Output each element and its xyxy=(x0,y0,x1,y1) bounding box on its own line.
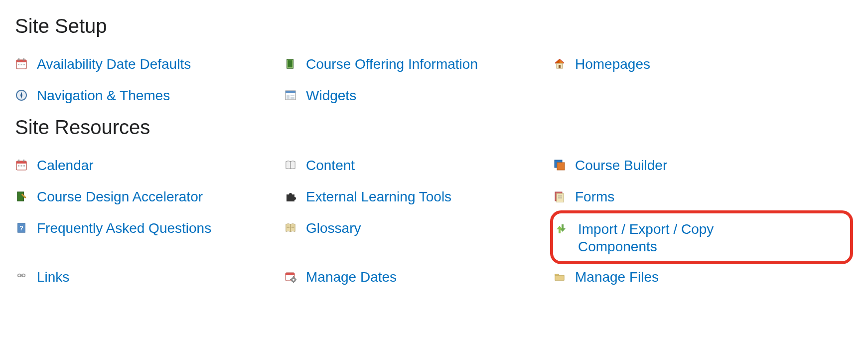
svg-text:?: ? xyxy=(19,224,23,232)
book-icon xyxy=(284,57,297,70)
forms-icon xyxy=(553,190,566,203)
frequently-asked-questions-label: Frequently Asked Questions xyxy=(37,219,211,237)
svg-point-43 xyxy=(292,279,294,281)
question-book-icon: ? xyxy=(15,221,28,234)
home-icon xyxy=(553,57,566,70)
svg-rect-2 xyxy=(18,58,19,61)
availability-date-defaults-cell: Availability Date Defaults xyxy=(15,48,284,80)
svg-rect-21 xyxy=(18,165,19,167)
course-design-accelerator-label: Course Design Accelerator xyxy=(37,188,203,205)
widget-icon xyxy=(284,89,297,102)
glossary-cell: Glossary xyxy=(284,212,553,244)
svg-rect-4 xyxy=(18,64,19,65)
glossary-icon xyxy=(284,221,297,234)
links-label: Links xyxy=(37,268,69,286)
navigation-themes-label: Navigation & Themes xyxy=(37,87,170,104)
book-open-icon xyxy=(284,159,297,172)
widgets-cell: Widgets xyxy=(284,80,553,111)
svg-rect-5 xyxy=(21,64,22,65)
manage-dates-link[interactable]: Manage Dates xyxy=(284,268,397,286)
manage-dates-label: Manage Dates xyxy=(306,268,397,286)
calendar-label: Calendar xyxy=(37,157,94,174)
site-resources-section: Site Resources Calendar Content xyxy=(15,116,853,293)
calendar-icon xyxy=(15,159,28,172)
course-builder-link[interactable]: Course Builder xyxy=(553,157,667,174)
external-learning-tools-link[interactable]: External Learning Tools xyxy=(284,188,451,205)
import-export-copy-components-cell: Import / Export / Copy Components xyxy=(550,210,853,264)
course-offering-information-label: Course Offering Information xyxy=(306,55,478,73)
svg-rect-6 xyxy=(23,64,25,65)
links-cell: Links xyxy=(15,261,284,293)
svg-rect-13 xyxy=(286,91,295,93)
book-edit-icon xyxy=(15,190,28,203)
import-export-copy-components-link[interactable]: Import / Export / Copy Components xyxy=(556,220,787,255)
course-design-accelerator-link[interactable]: Course Design Accelerator xyxy=(15,188,203,205)
svg-rect-20 xyxy=(23,160,24,162)
content-cell: Content xyxy=(284,150,553,181)
calendar-icon xyxy=(15,57,28,70)
forms-link[interactable]: Forms xyxy=(553,188,614,205)
svg-rect-18 xyxy=(16,161,26,164)
glossary-label: Glossary xyxy=(306,219,361,237)
folder-icon xyxy=(553,270,566,283)
course-design-accelerator-cell: Course Design Accelerator xyxy=(15,181,284,212)
svg-rect-25 xyxy=(557,163,565,170)
content-label: Content xyxy=(306,157,355,174)
manage-files-label: Manage Files xyxy=(575,268,659,286)
svg-rect-19 xyxy=(18,160,19,162)
compass-icon xyxy=(15,89,28,102)
homepages-link[interactable]: Homepages xyxy=(553,55,650,73)
import-export-copy-components-label: Import / Export / Copy Components xyxy=(578,220,787,255)
manage-files-cell: Manage Files xyxy=(553,261,853,293)
svg-rect-3 xyxy=(23,58,24,61)
svg-rect-7 xyxy=(287,59,293,68)
calendar-cell: Calendar xyxy=(15,150,284,181)
site-setup-grid: Availability Date Defaults Course Offeri… xyxy=(15,48,853,111)
course-offering-information-link[interactable]: Course Offering Information xyxy=(284,55,478,73)
svg-rect-16 xyxy=(290,97,294,99)
availability-date-defaults-link[interactable]: Availability Date Defaults xyxy=(15,55,191,73)
manage-files-link[interactable]: Manage Files xyxy=(553,268,659,286)
site-setup-heading: Site Setup xyxy=(15,15,853,37)
svg-rect-1 xyxy=(16,60,26,62)
course-builder-label: Course Builder xyxy=(575,157,667,174)
glossary-link[interactable]: Glossary xyxy=(284,219,361,237)
calendar-gear-icon xyxy=(284,270,297,283)
forms-cell: Forms xyxy=(553,181,853,212)
external-learning-tools-cell: External Learning Tools xyxy=(284,181,553,212)
homepages-cell: Homepages xyxy=(553,48,853,80)
svg-rect-14 xyxy=(287,95,289,99)
chain-icon xyxy=(15,270,28,283)
content-link[interactable]: Content xyxy=(284,157,355,174)
frequently-asked-questions-cell: ? Frequently Asked Questions xyxy=(15,212,284,244)
svg-rect-10 xyxy=(559,65,561,68)
stack-icon xyxy=(553,159,566,172)
widgets-label: Widgets xyxy=(306,87,356,104)
puzzle-icon xyxy=(284,190,297,203)
svg-rect-26 xyxy=(17,192,24,201)
navigation-themes-cell: Navigation & Themes xyxy=(15,80,284,111)
site-setup-section: Site Setup Availability Date Defaults Co… xyxy=(15,15,853,111)
svg-rect-22 xyxy=(21,165,22,167)
homepages-label: Homepages xyxy=(575,55,650,73)
calendar-link[interactable]: Calendar xyxy=(15,157,94,174)
forms-label: Forms xyxy=(575,188,614,205)
manage-dates-cell: Manage Dates xyxy=(284,261,553,293)
site-resources-heading: Site Resources xyxy=(15,116,853,139)
course-builder-cell: Course Builder xyxy=(553,150,853,181)
empty-cell xyxy=(553,80,853,94)
navigation-themes-link[interactable]: Navigation & Themes xyxy=(15,87,170,104)
external-learning-tools-label: External Learning Tools xyxy=(306,188,451,205)
site-resources-grid: Calendar Content Course Builder xyxy=(15,150,853,293)
svg-rect-23 xyxy=(23,165,25,167)
frequently-asked-questions-link[interactable]: ? Frequently Asked Questions xyxy=(15,219,211,237)
links-link[interactable]: Links xyxy=(15,268,69,286)
import-export-icon xyxy=(556,222,569,235)
availability-date-defaults-label: Availability Date Defaults xyxy=(37,55,191,73)
widgets-link[interactable]: Widgets xyxy=(284,87,356,104)
svg-rect-15 xyxy=(290,95,294,96)
course-offering-information-cell: Course Offering Information xyxy=(284,48,553,80)
svg-rect-41 xyxy=(286,273,294,275)
